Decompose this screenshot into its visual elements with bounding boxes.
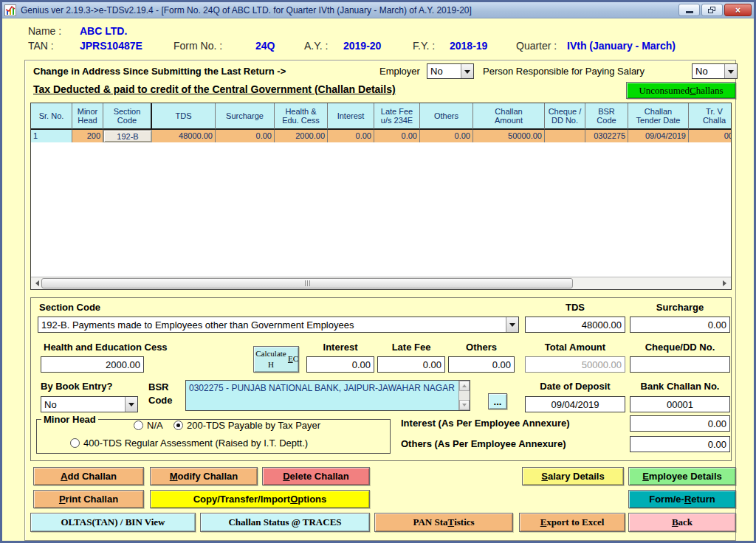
employee-details-button[interactable]: Employee Details: [628, 467, 736, 485]
challan-details-heading: Tax Deducted & paid to credit of the Cen…: [33, 83, 396, 95]
table-cell-challan-amount[interactable]: 50000.00: [473, 130, 545, 142]
section-code-select[interactable]: 192-B. Payments made to Employees other …: [38, 317, 519, 333]
table-cell-tender-date[interactable]: 09/04/2019: [628, 130, 689, 142]
others-annexure-field[interactable]: [630, 436, 730, 452]
table-cell-srno[interactable]: 1: [31, 130, 72, 142]
minor-head-legend: Minor Head: [41, 414, 98, 425]
late-fee-field[interactable]: [377, 356, 445, 373]
table-header-row: Sr. No. Minor Head Section Code TDS Surc…: [31, 103, 731, 130]
restore-icon: [708, 7, 716, 14]
change-address-label: Change in Address Since Submitting the L…: [33, 66, 286, 77]
delete-challan-button[interactable]: Delete Challan: [262, 467, 370, 485]
title-bar: Genius ver 2.19.3->e-TDSv2.19.4 - [Form …: [2, 2, 754, 18]
surcharge-label: Surcharge: [630, 302, 730, 313]
salary-details-button[interactable]: Salary Details: [522, 467, 624, 485]
tan-value: JPRS10487E: [80, 40, 142, 52]
employer-select[interactable]: No: [427, 63, 474, 79]
print-challan-button[interactable]: Print Challan: [33, 490, 144, 508]
table-cell-interest[interactable]: 0.00: [328, 130, 374, 142]
table-cell-late-fee[interactable]: 0.00: [374, 130, 420, 142]
bank-challan-field[interactable]: [630, 396, 730, 412]
tan-label: TAN :: [28, 40, 54, 52]
tds-field[interactable]: [525, 317, 625, 333]
table-cell-others[interactable]: 0.00: [420, 130, 473, 142]
window-title: Genius ver 2.19.3->e-TDSv2.19.4 - [Form …: [21, 5, 472, 15]
others-field[interactable]: [448, 356, 515, 373]
close-button[interactable]: ×: [724, 4, 752, 16]
chevron-down-icon[interactable]: [125, 397, 137, 412]
others-annexure-label: Others (As Per Employee Annexure): [401, 438, 566, 449]
scroll-up-icon[interactable]: [459, 381, 470, 391]
surcharge-field[interactable]: [630, 317, 730, 333]
table-cell-bsr[interactable]: 0302275: [585, 130, 628, 142]
bsr-scrollbar[interactable]: [458, 381, 470, 410]
table-cell-minor-head[interactable]: 200: [72, 130, 103, 142]
scroll-right-arrow-icon[interactable]: [719, 277, 731, 289]
challan-status-traces-button[interactable]: Challan Status @ TRACES: [200, 513, 370, 532]
interest-field[interactable]: [306, 356, 374, 373]
form-no-label: Form No. :: [173, 40, 222, 52]
fy-label: F.Y. :: [413, 40, 435, 52]
table-row[interactable]: 1 200 192-B 48000.00 0.00 2000.00 0.00 0…: [31, 130, 731, 142]
table-cell-surcharge[interactable]: 0.00: [216, 130, 275, 142]
quarter-value: IVth (January - March): [567, 40, 676, 52]
chevron-down-icon[interactable]: [506, 317, 518, 332]
app-icon: [4, 4, 16, 16]
modify-challan-button[interactable]: Modify Challan: [150, 467, 258, 485]
chevron-down-icon[interactable]: [724, 64, 737, 78]
tds-label: TDS: [525, 302, 625, 313]
cheque-dd-field[interactable]: [630, 356, 730, 373]
section-code-label: Section Code: [39, 302, 100, 313]
table-header-cell: Challan Amount: [473, 103, 545, 130]
copy-transfer-import-button[interactable]: Copy/Transfer/Import Options: [150, 490, 370, 508]
radio-label: 200-TDS Payable by Tax Payer: [187, 420, 320, 431]
restore-button[interactable]: [701, 4, 723, 16]
table-cell-voucher[interactable]: 000: [689, 130, 731, 142]
minor-head-radio-400[interactable]: 400-TDS Regular Assessment (Raised by I.…: [70, 437, 308, 449]
hec-field[interactable]: [41, 356, 144, 373]
add-challan-button[interactable]: Add Challan: [33, 467, 144, 485]
minimize-icon: [686, 11, 693, 13]
form-ereturn-button[interactable]: Form/e-Return: [628, 490, 736, 508]
scroll-down-icon[interactable]: [459, 400, 470, 410]
name-value: ABC LTD.: [80, 25, 127, 37]
radio-label: N/A: [147, 420, 163, 431]
minor-head-radio-200[interactable]: 200-TDS Payable by Tax Payer: [173, 420, 320, 431]
table-header-cell: BSR Code: [585, 103, 628, 130]
table-cell-cheque[interactable]: [545, 130, 585, 142]
chevron-down-icon[interactable]: [461, 64, 473, 78]
interest-annexure-field[interactable]: [630, 415, 730, 432]
section-code-value: 192-B. Payments made to Employees other …: [38, 319, 506, 331]
export-to-excel-button[interactable]: Export to Excel: [519, 513, 625, 532]
radio-icon-selected[interactable]: [173, 421, 183, 430]
minor-head-radio-na[interactable]: N/A: [134, 420, 163, 431]
scrollbar-thumb[interactable]: [41, 278, 573, 288]
late-fee-label: Late Fee: [377, 342, 445, 353]
radio-icon[interactable]: [134, 421, 143, 430]
date-of-deposit-field[interactable]: [525, 396, 625, 412]
employer-value: No: [427, 65, 461, 77]
radio-icon[interactable]: [70, 438, 80, 448]
table-header-cell: Sr. No.: [31, 103, 72, 130]
person-responsible-label: Person Responsible for Paying Salary: [483, 66, 645, 77]
app-window: Genius ver 2.19.3->e-TDSv2.19.4 - [Form …: [0, 0, 756, 543]
bsr-browse-button[interactable]: ...: [488, 393, 507, 409]
oltas-bin-view-button[interactable]: OLTAS(TAN) / BIN View: [30, 513, 196, 532]
others-label: Others: [448, 342, 515, 353]
hec-label: Health and Education Cess: [44, 342, 168, 353]
person-responsible-select[interactable]: No: [692, 63, 738, 79]
calculate-hec-button[interactable]: Calculate HEC: [253, 346, 299, 373]
bsr-code-box[interactable]: 0302275 - PUNJAB NATIONAL BANK, JAIPUR-J…: [185, 380, 470, 411]
horizontal-scrollbar[interactable]: [31, 277, 731, 289]
book-entry-select[interactable]: No: [41, 396, 138, 412]
minimize-button[interactable]: [678, 4, 700, 16]
table-cell-section-code[interactable]: 192-B: [103, 130, 152, 142]
table-cell-tds[interactable]: 48000.00: [152, 130, 216, 142]
unconsumed-challans-button[interactable]: Unconsumed Challans: [626, 82, 736, 99]
pan-statistics-button[interactable]: PAN StaTistics: [374, 513, 513, 532]
bsr-code-label: BSR Code: [148, 381, 173, 407]
back-button[interactable]: Back: [628, 513, 736, 532]
table-cell-cess[interactable]: 2000.00: [275, 130, 328, 142]
table-header-cell: Challan Tender Date: [628, 103, 689, 130]
table-header-cell: Minor Head: [72, 103, 103, 130]
